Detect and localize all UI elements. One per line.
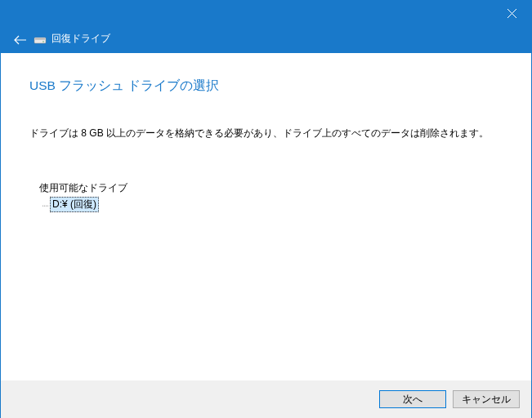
next-button[interactable]: 次へ: [379, 390, 446, 408]
drive-icon: [34, 33, 47, 45]
drive-entry[interactable]: D:¥ (回復): [50, 197, 99, 212]
cancel-button[interactable]: キャンセル: [453, 390, 520, 408]
titlebar: 回復ドライブ: [1, 1, 531, 53]
tree-connector-icon: ⸱⸱⸱⸱: [42, 199, 48, 211]
svg-rect-3: [35, 38, 45, 40]
drives-label: 使用可能なドライブ: [39, 181, 498, 195]
back-arrow-icon: [14, 35, 27, 45]
page-heading: USB フラッシュ ドライブの選択: [29, 78, 498, 95]
close-button[interactable]: [492, 1, 531, 25]
footer-bar: 次へ キャンセル: [1, 380, 531, 418]
window-title: 回復ドライブ: [51, 32, 110, 46]
description-text: ドライブは 8 GB 以上のデータを格納できる必要があり、ドライブ上のすべてのデ…: [29, 126, 498, 140]
close-icon: [507, 9, 516, 18]
content-area: USB フラッシュ ドライブの選択 ドライブは 8 GB 以上のデータを格納でき…: [1, 53, 531, 380]
drives-tree: ⸱⸱⸱⸱ D:¥ (回復): [42, 197, 498, 212]
tree-item: ⸱⸱⸱⸱ D:¥ (回復): [42, 197, 498, 212]
back-button[interactable]: [12, 32, 29, 48]
drives-section: 使用可能なドライブ ⸱⸱⸱⸱ D:¥ (回復): [39, 181, 498, 212]
svg-point-4: [42, 41, 44, 42]
window-title-wrap: 回復ドライブ: [34, 32, 110, 46]
